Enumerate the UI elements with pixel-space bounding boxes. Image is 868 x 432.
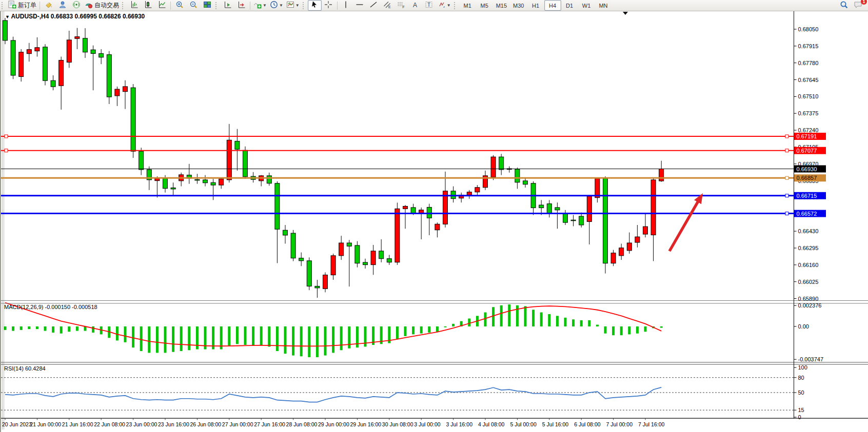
svg-text:0.67240: 0.67240 <box>798 127 819 133</box>
vertical-line-button[interactable] <box>339 0 353 11</box>
svg-text:30 Jun 08:00: 30 Jun 08:00 <box>382 421 413 427</box>
svg-text:0.66160: 0.66160 <box>798 262 819 268</box>
chart-shift-button[interactable] <box>234 0 248 11</box>
svg-text:27 Jun 00:00: 27 Jun 00:00 <box>222 421 253 427</box>
horizontal-line-button[interactable] <box>353 0 367 11</box>
svg-text:7 Jul 16:00: 7 Jul 16:00 <box>638 421 665 427</box>
svg-text:0.68050: 0.68050 <box>798 26 819 32</box>
line-chart-icon <box>158 1 166 10</box>
toolbar-grip[interactable] <box>122 2 126 9</box>
svg-text:0.65890: 0.65890 <box>798 296 819 302</box>
search-icon <box>840 1 849 11</box>
svg-text:15: 15 <box>798 407 804 413</box>
collapse-triangle-icon[interactable]: ▼ <box>5 14 11 19</box>
chevron-down-icon: ▼ <box>295 3 300 8</box>
svg-text:0.67375: 0.67375 <box>798 110 819 116</box>
tab-timeframe-d1[interactable]: D1 <box>561 0 578 11</box>
toolbar-grip[interactable] <box>2 2 5 9</box>
candlestick-button[interactable] <box>141 0 155 11</box>
auto-trading-icon <box>85 1 93 10</box>
notification-badge: 1 <box>861 0 867 5</box>
auto-scroll-icon <box>224 1 232 10</box>
chevron-down-icon: ▼ <box>279 3 283 8</box>
periods-icon <box>270 1 278 10</box>
notification-button[interactable]: 1 <box>851 0 865 11</box>
tab-timeframe-m5[interactable]: M5 <box>476 0 493 11</box>
new-order-button[interactable]: 新订单 <box>7 0 38 11</box>
fibonacci-button[interactable]: F <box>394 0 408 11</box>
signal-icon <box>72 1 81 10</box>
chevron-down-icon: ▼ <box>263 3 267 8</box>
channel-button[interactable]: E <box>381 0 394 11</box>
svg-text:29 Jun 00:00: 29 Jun 00:00 <box>318 421 349 427</box>
templates-button[interactable]: ▼ <box>285 0 301 11</box>
svg-text:3 Jul 16:00: 3 Jul 16:00 <box>446 421 473 427</box>
svg-text:E: E <box>388 5 391 9</box>
auto-trading-label: 自动交易 <box>94 1 119 10</box>
svg-text:28 Jun 08:00: 28 Jun 08:00 <box>286 421 318 427</box>
svg-text:5 Jul 00:00: 5 Jul 00:00 <box>510 421 537 427</box>
signal-button[interactable] <box>69 0 83 11</box>
trendline-button[interactable] <box>367 0 381 11</box>
tab-timeframe-h4[interactable]: H4 <box>544 0 561 11</box>
svg-text:27 Jun 16:00: 27 Jun 16:00 <box>254 421 285 427</box>
chart-canvas[interactable]: 0.680500.679150.677800.676450.675100.673… <box>1 11 868 432</box>
svg-text:6 Jul 08:00: 6 Jul 08:00 <box>574 421 601 427</box>
svg-text:0.002376: 0.002376 <box>798 302 822 308</box>
tab-timeframe-w1[interactable]: W1 <box>578 0 595 11</box>
svg-text:20 Jun 2023: 20 Jun 2023 <box>2 421 32 427</box>
search-button[interactable] <box>837 0 851 11</box>
tile-windows-button[interactable] <box>200 0 214 11</box>
bar-chart-button[interactable] <box>127 0 141 11</box>
tab-timeframe-m1[interactable]: M1 <box>459 0 476 11</box>
svg-text:0: 0 <box>798 414 801 420</box>
svg-text:0.66430: 0.66430 <box>798 228 819 234</box>
chart-window[interactable]: ▼ AUDUSD-,H4 0.66833 0.66995 0.66826 0.6… <box>0 11 868 432</box>
tab-timeframe-m15[interactable]: M15 <box>493 0 510 11</box>
zoom-out-button[interactable] <box>186 0 200 11</box>
toolbar-grip[interactable] <box>303 2 306 9</box>
tab-timeframe-h1[interactable]: H1 <box>527 0 544 11</box>
toolbar-grip[interactable] <box>454 2 458 9</box>
auto-scroll-button[interactable] <box>221 0 234 11</box>
candlestick-icon <box>144 1 152 10</box>
svg-text:-0.003747: -0.003747 <box>798 356 824 362</box>
horizontal-line-icon <box>356 1 364 10</box>
svg-text:0.66295: 0.66295 <box>798 245 819 251</box>
svg-text:23 Jun 00:00: 23 Jun 00:00 <box>126 421 157 427</box>
svg-text:3 Jul 00:00: 3 Jul 00:00 <box>414 421 441 427</box>
chevron-down-icon: ▼ <box>447 3 451 8</box>
svg-text:0.00: 0.00 <box>798 323 809 330</box>
text-button[interactable]: A <box>408 0 422 11</box>
rsi-indicator-label: RSI(14) 60.4284 <box>4 365 46 372</box>
periods-button[interactable]: ▼ <box>268 0 285 11</box>
tab-timeframe-m30[interactable]: M30 <box>510 0 527 11</box>
indicators-icon <box>253 1 262 10</box>
crosshair-button[interactable] <box>322 0 336 11</box>
chart-title-line: ▼ AUDUSD-,H4 0.66833 0.66995 0.66826 0.6… <box>5 13 145 20</box>
styler-button[interactable] <box>42 0 55 11</box>
tab-timeframe-mn[interactable]: MN <box>595 0 612 11</box>
ohlc-values: 0.66833 0.66995 0.66826 0.66930 <box>51 13 145 20</box>
toolbar-grip[interactable] <box>215 2 219 9</box>
new-order-icon <box>8 1 16 10</box>
svg-text:0.67645: 0.67645 <box>798 77 819 83</box>
svg-text:0.66930: 0.66930 <box>797 166 817 172</box>
svg-text:29 Jun 16:00: 29 Jun 16:00 <box>350 421 381 427</box>
auto-trading-button[interactable]: 自动交易 <box>83 0 121 11</box>
line-chart-button[interactable] <box>155 0 169 11</box>
svg-text:4 Jul 08:00: 4 Jul 08:00 <box>478 421 505 427</box>
indicators-button[interactable]: ▼ <box>252 0 268 11</box>
svg-text:0.67915: 0.67915 <box>798 43 819 49</box>
svg-text:50: 50 <box>798 389 804 396</box>
svg-text:100: 100 <box>798 364 807 371</box>
community-button[interactable] <box>55 0 69 11</box>
svg-text:26 Jun 08:00: 26 Jun 08:00 <box>190 421 221 427</box>
text-label-button[interactable]: T <box>422 0 436 11</box>
arrows-button[interactable]: ▼ <box>436 0 452 11</box>
cursor-button[interactable] <box>308 0 322 11</box>
text-label-icon: T <box>425 1 433 10</box>
crosshair-icon <box>324 1 332 10</box>
zoom-in-button[interactable] <box>172 0 186 11</box>
svg-text:23 Jun 16:00: 23 Jun 16:00 <box>158 421 189 427</box>
